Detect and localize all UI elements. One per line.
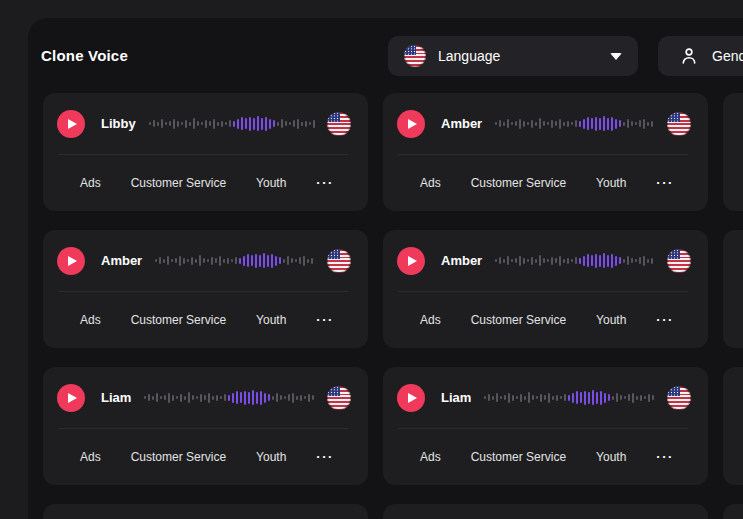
voice-card[interactable]: Amber AdsCustomer ServiceYouth··· xyxy=(383,93,708,211)
voice-card-partial[interactable] xyxy=(43,504,368,519)
page-title: Clone Voice xyxy=(41,47,128,64)
voice-name: Libby xyxy=(101,116,136,131)
us-flag-icon xyxy=(327,112,351,136)
play-icon xyxy=(408,256,417,266)
voice-card-partial[interactable] xyxy=(723,367,743,485)
tag[interactable]: Customer Service xyxy=(131,450,226,464)
language-dropdown[interactable]: Language xyxy=(388,36,638,76)
play-icon xyxy=(68,393,77,403)
voice-card[interactable]: Liam AdsCustomer ServiceYouth··· xyxy=(383,367,708,485)
voice-name: Amber xyxy=(101,253,142,268)
voice-card-partial[interactable] xyxy=(383,504,708,519)
waveform xyxy=(495,253,655,269)
tag-list: AdsCustomer ServiceYouth··· xyxy=(383,292,708,347)
tag[interactable]: Ads xyxy=(80,313,101,327)
tag[interactable]: Customer Service xyxy=(471,450,566,464)
tag-list: AdsCustomer ServiceYouth··· xyxy=(43,429,368,484)
us-flag-icon xyxy=(404,45,426,67)
voice-card-partial[interactable] xyxy=(723,230,743,348)
tag[interactable]: Ads xyxy=(80,450,101,464)
more-options-button[interactable]: ··· xyxy=(316,313,334,326)
gender-dropdown-label: Gender xyxy=(712,48,743,64)
voice-card[interactable]: Amber AdsCustomer ServiceYouth··· xyxy=(383,230,708,348)
waveform xyxy=(495,116,655,132)
tag[interactable]: Ads xyxy=(420,176,441,190)
voice-card[interactable]: Amber AdsCustomer ServiceYouth··· xyxy=(43,230,368,348)
tag[interactable]: Youth xyxy=(256,450,286,464)
card-top-row: Liam xyxy=(43,367,368,428)
tag[interactable]: Customer Service xyxy=(471,176,566,190)
tag[interactable]: Customer Service xyxy=(471,313,566,327)
more-options-button[interactable]: ··· xyxy=(656,176,674,189)
play-icon xyxy=(68,119,77,129)
play-button[interactable] xyxy=(57,247,85,275)
card-top-row: Amber xyxy=(43,230,368,291)
more-options-button[interactable]: ··· xyxy=(316,450,334,463)
card-top-row: Libby xyxy=(43,93,368,154)
voice-name: Liam xyxy=(101,390,131,405)
play-button[interactable] xyxy=(397,384,425,412)
more-options-button[interactable]: ··· xyxy=(656,450,674,463)
tag[interactable]: Youth xyxy=(596,313,626,327)
tag[interactable]: Ads xyxy=(420,313,441,327)
tag-list: AdsCustomer ServiceYouth··· xyxy=(43,155,368,210)
tag[interactable]: Youth xyxy=(596,176,626,190)
voice-card-partial[interactable] xyxy=(723,504,743,519)
more-options-button[interactable]: ··· xyxy=(316,176,334,189)
play-icon xyxy=(408,119,417,129)
tag[interactable]: Youth xyxy=(256,176,286,190)
voice-name: Amber xyxy=(441,253,482,268)
chevron-down-icon xyxy=(610,53,622,60)
waveform xyxy=(149,116,315,132)
voice-card-grid: Libby AdsCustomer ServiceYouth··· Amber … xyxy=(43,93,743,519)
us-flag-icon xyxy=(327,249,351,273)
play-button[interactable] xyxy=(57,384,85,412)
language-dropdown-label: Language xyxy=(438,48,500,64)
tag[interactable]: Youth xyxy=(596,450,626,464)
play-button[interactable] xyxy=(57,110,85,138)
voice-name: Amber xyxy=(441,116,482,131)
waveform xyxy=(155,253,315,269)
waveform xyxy=(484,390,655,406)
tag-list: AdsCustomer ServiceYouth··· xyxy=(383,429,708,484)
play-button[interactable] xyxy=(397,110,425,138)
tag-list: AdsCustomer ServiceYouth··· xyxy=(383,155,708,210)
voice-card[interactable]: Liam AdsCustomer ServiceYouth··· xyxy=(43,367,368,485)
voice-card-partial[interactable] xyxy=(723,93,743,211)
tag[interactable]: Customer Service xyxy=(131,176,226,190)
us-flag-icon xyxy=(327,386,351,410)
play-icon xyxy=(408,393,417,403)
us-flag-icon xyxy=(667,386,691,410)
play-icon xyxy=(68,256,77,266)
card-top-row: Amber xyxy=(383,93,708,154)
voice-card[interactable]: Libby AdsCustomer ServiceYouth··· xyxy=(43,93,368,211)
tag[interactable]: Customer Service xyxy=(131,313,226,327)
us-flag-icon xyxy=(667,249,691,273)
tag[interactable]: Youth xyxy=(256,313,286,327)
play-button[interactable] xyxy=(397,247,425,275)
gender-dropdown[interactable]: Gender xyxy=(658,36,743,76)
tag[interactable]: Ads xyxy=(80,176,101,190)
tag[interactable]: Ads xyxy=(420,450,441,464)
tag-list: AdsCustomer ServiceYouth··· xyxy=(43,292,368,347)
us-flag-icon xyxy=(667,112,691,136)
more-options-button[interactable]: ··· xyxy=(656,313,674,326)
waveform xyxy=(144,390,315,406)
person-icon xyxy=(678,45,700,67)
card-top-row: Liam xyxy=(383,367,708,428)
card-top-row: Amber xyxy=(383,230,708,291)
voice-name: Liam xyxy=(441,390,471,405)
